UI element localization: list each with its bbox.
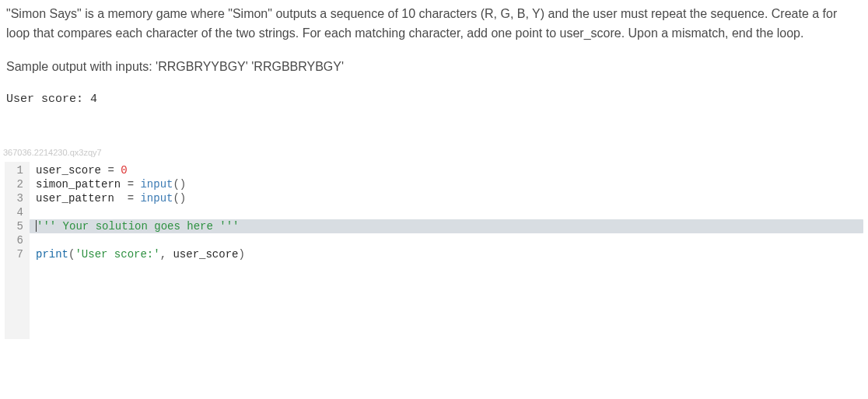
watermark-text: 367036.2214230.qx3zqy7 bbox=[0, 148, 868, 162]
line-number: 5 bbox=[12, 219, 23, 233]
code-line-5[interactable]: ''' Your solution goes here ''' bbox=[30, 219, 863, 233]
line-number: 3 bbox=[12, 191, 23, 205]
problem-description: "Simon Says" is a memory game where "Sim… bbox=[0, 0, 868, 109]
line-number: 1 bbox=[12, 163, 23, 177]
code-line-3[interactable]: user_pattern = input() bbox=[36, 191, 863, 205]
code-editor[interactable]: 1 2 3 4 5 6 7 user_score = 0 simon_patte… bbox=[5, 162, 868, 339]
code-area[interactable]: user_score = 0 simon_pattern = input() u… bbox=[30, 162, 868, 339]
code-line-6[interactable] bbox=[36, 233, 863, 247]
line-number: 2 bbox=[12, 177, 23, 191]
line-number-gutter: 1 2 3 4 5 6 7 bbox=[5, 162, 30, 339]
line-number: 6 bbox=[12, 233, 23, 247]
sample-output-label: Sample output with inputs: 'RRGBRYYBGY' … bbox=[6, 58, 862, 77]
line-number: 7 bbox=[12, 247, 23, 261]
problem-paragraph: "Simon Says" is a memory game where "Sim… bbox=[6, 5, 862, 44]
code-line-2[interactable]: simon_pattern = input() bbox=[36, 177, 863, 191]
line-number: 4 bbox=[12, 205, 23, 219]
code-line-4[interactable] bbox=[36, 205, 863, 219]
code-line-7[interactable]: print('User score:', user_score) bbox=[36, 247, 863, 261]
sample-output-value: User score: 4 bbox=[6, 90, 862, 108]
code-line-1[interactable]: user_score = 0 bbox=[36, 163, 863, 177]
